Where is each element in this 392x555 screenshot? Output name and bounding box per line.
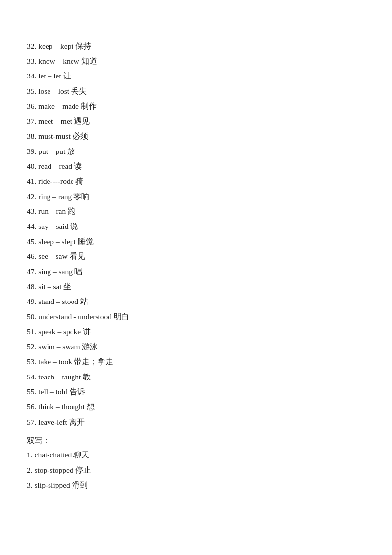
list-item: 44. say – said 说 xyxy=(27,220,365,234)
list-item: 34. let – let 让 xyxy=(27,69,365,83)
list-item: 39. put – put 放 xyxy=(27,145,365,159)
double-list-item: 3. slip-slipped 滑到 xyxy=(27,479,365,493)
list-item: 33. know – knew 知道 xyxy=(27,54,365,69)
list-item: 50. understand - understood 明白 xyxy=(27,310,365,324)
list-item: 46. see – saw 看见 xyxy=(27,250,365,264)
list-item: 35. lose – lost 丢失 xyxy=(27,84,365,99)
list-item: 49. stand – stood 站 xyxy=(27,295,365,309)
list-item: 42. ring – rang 零响 xyxy=(27,190,365,204)
section-label: 双写： xyxy=(27,436,365,446)
list-item: 32. keep – kept 保持 xyxy=(27,39,365,53)
list-item: 56. think – thought 想 xyxy=(27,400,365,414)
double-list: 1. chat-chatted 聊天2. stop-stopped 停止3. s… xyxy=(27,448,365,492)
list-item: 48. sit – sat 坐 xyxy=(27,280,365,294)
double-list-item: 1. chat-chatted 聊天 xyxy=(27,448,365,462)
list-item: 36. make – made 制作 xyxy=(27,100,365,114)
list-item: 38. must-must 必须 xyxy=(27,129,365,144)
list-item: 40. read – read 读 xyxy=(27,159,365,174)
list-item: 52. swim – swam 游泳 xyxy=(27,340,365,354)
list-item: 37. meet – met 遇见 xyxy=(27,114,365,128)
word-list: 32. keep – kept 保持33. know – knew 知道34. … xyxy=(27,39,365,429)
list-item: 45. sleep – slept 睡觉 xyxy=(27,235,365,249)
list-item: 54. teach – taught 教 xyxy=(27,370,365,384)
list-item: 57. leave-left 离开 xyxy=(27,415,365,429)
list-item: 47. sing – sang 唱 xyxy=(27,265,365,279)
list-item: 51. speak – spoke 讲 xyxy=(27,325,365,339)
list-item: 55. tell – told 告诉 xyxy=(27,385,365,399)
list-item: 53. take – took 带走；拿走 xyxy=(27,355,365,369)
double-list-item: 2. stop-stopped 停止 xyxy=(27,463,365,478)
list-item: 41. ride----rode 骑 xyxy=(27,175,365,189)
list-item: 43. run – ran 跑 xyxy=(27,204,365,219)
